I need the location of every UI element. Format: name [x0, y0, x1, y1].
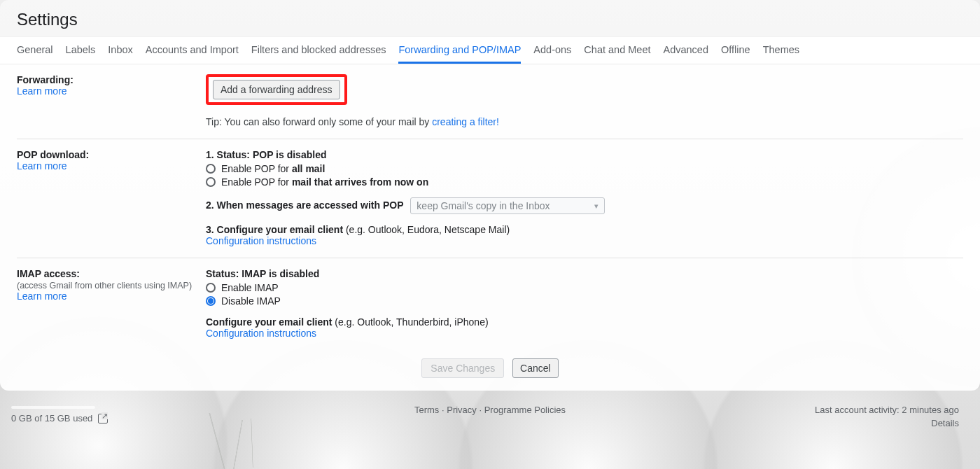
pop-config-instructions-link[interactable]: Configuration instructions: [206, 235, 963, 246]
storage-area: 0 GB of 15 GB used: [11, 405, 108, 424]
imap-conf-rest: (e.g. Outlook, Thunderbird, iPhone): [332, 316, 488, 328]
open-in-new-icon[interactable]: [98, 414, 108, 424]
terms-link[interactable]: Terms: [414, 405, 439, 415]
imap-status-value: IMAP is disabled: [241, 268, 319, 279]
storage-bar: [11, 406, 95, 409]
highlight-annotation: Add a forwarding address: [206, 74, 347, 105]
forwarding-tip-text: Tip: You can also forward only some of y…: [206, 116, 432, 127]
pop-select-value: keep Gmail's copy in the Inbox: [416, 200, 550, 211]
pop-step2-label: 2. When messages are accessed with POP: [206, 200, 403, 211]
settings-content: Forwarding: Learn more Add a forwarding …: [0, 64, 980, 350]
policies-link[interactable]: Programme Policies: [484, 405, 566, 415]
imap-disable-radio[interactable]: [206, 296, 216, 306]
pop-access-action-select[interactable]: keep Gmail's copy in the Inbox ▾: [410, 197, 605, 214]
imap-disable-label: Disable IMAP: [221, 295, 281, 307]
save-changes-button[interactable]: Save Changes: [421, 358, 504, 378]
pop-status-prefix: 1. Status:: [206, 149, 253, 160]
imap-subtitle: (access Gmail from other clients using I…: [17, 281, 206, 290]
tab-accounts[interactable]: Accounts and Import: [146, 37, 239, 64]
pop-enable-all-bold: all mail: [292, 163, 325, 174]
tab-advanced[interactable]: Advanced: [663, 37, 708, 64]
footer: 0 GB of 15 GB used Terms · Privacy · Pro…: [0, 392, 980, 469]
pop-step3-bold: 3. Configure your email client: [206, 224, 343, 235]
tab-forwarding-pop-imap[interactable]: Forwarding and POP/IMAP: [398, 37, 521, 64]
imap-enable-row: Enable IMAP: [206, 282, 963, 293]
privacy-link[interactable]: Privacy: [447, 405, 477, 415]
tab-filters[interactable]: Filters and blocked addresses: [251, 37, 386, 64]
section-imap: IMAP access: (access Gmail from other cl…: [17, 258, 963, 350]
add-forwarding-address-button[interactable]: Add a forwarding address: [213, 80, 340, 99]
tab-offline[interactable]: Offline: [721, 37, 750, 64]
chevron-down-icon: ▾: [594, 202, 598, 211]
section-forwarding: Forwarding: Learn more Add a forwarding …: [17, 64, 963, 139]
pop-enable-all-row: Enable POP for all mail: [206, 163, 963, 174]
details-link[interactable]: Details: [931, 418, 959, 428]
imap-configure: Configure your email client (e.g. Outloo…: [206, 316, 963, 339]
forwarding-tip: Tip: You can also forward only some of y…: [206, 116, 963, 127]
page-title: Settings: [0, 0, 980, 36]
pop-enable-all-radio[interactable]: [206, 164, 216, 174]
pop-step3: 3. Configure your email client (e.g. Out…: [206, 224, 963, 246]
footer-right: Last account activity: 2 minutes ago Det…: [815, 405, 959, 428]
imap-conf-bold: Configure your email client: [206, 316, 332, 328]
tab-addons[interactable]: Add-ons: [533, 37, 571, 64]
tab-inbox[interactable]: Inbox: [108, 37, 132, 64]
tab-general[interactable]: General: [17, 37, 53, 64]
pop-enable-new-prefix: Enable POP for: [221, 176, 292, 188]
storage-text: 0 GB of 15 GB used: [11, 413, 92, 424]
forwarding-title: Forwarding:: [17, 74, 206, 85]
pop-enable-new-bold: mail that arrives from now on: [292, 176, 428, 188]
pop-title: POP download:: [17, 149, 206, 160]
pop-learn-more-link[interactable]: Learn more: [17, 160, 206, 172]
pop-enable-new-label: Enable POP for mail that arrives from no…: [221, 176, 428, 188]
pop-enable-all-prefix: Enable POP for: [221, 163, 292, 174]
pop-step3-rest: (e.g. Outlook, Eudora, Netscape Mail): [343, 224, 510, 235]
tab-chat-meet[interactable]: Chat and Meet: [584, 37, 650, 64]
dot-sep: ·: [479, 405, 484, 415]
pop-step2: 2. When messages are accessed with POP k…: [206, 197, 963, 214]
theme-foliage-decoration: [203, 413, 266, 469]
settings-tabs: General Labels Inbox Accounts and Import…: [0, 36, 980, 64]
imap-status: Status: IMAP is disabled: [206, 268, 963, 279]
pop-status: 1. Status: POP is disabled: [206, 149, 963, 160]
create-filter-link[interactable]: creating a filter!: [432, 116, 499, 127]
tab-themes[interactable]: Themes: [763, 37, 799, 64]
pop-status-value: POP is disabled: [253, 149, 327, 160]
imap-config-instructions-link[interactable]: Configuration instructions: [206, 328, 963, 339]
pop-enable-all-label: Enable POP for all mail: [221, 163, 325, 174]
pop-enable-new-radio[interactable]: [206, 177, 216, 187]
cancel-button[interactable]: Cancel: [512, 358, 559, 378]
imap-learn-more-link[interactable]: Learn more: [17, 290, 206, 302]
imap-enable-radio[interactable]: [206, 283, 216, 293]
section-pop: POP download: Learn more 1. Status: POP …: [17, 139, 963, 258]
settings-page: Settings General Labels Inbox Accounts a…: [0, 0, 980, 391]
pop-enable-new-row: Enable POP for mail that arrives from no…: [206, 176, 963, 188]
imap-disable-row: Disable IMAP: [206, 295, 963, 307]
forwarding-learn-more-link[interactable]: Learn more: [17, 85, 206, 97]
imap-title: IMAP access:: [17, 268, 206, 279]
actions-bar: Save Changes Cancel: [0, 350, 980, 391]
account-activity-text: Last account activity: 2 minutes ago: [815, 405, 959, 415]
tab-labels[interactable]: Labels: [66, 37, 96, 64]
imap-enable-label: Enable IMAP: [221, 282, 279, 293]
imap-status-prefix: Status:: [206, 268, 241, 279]
